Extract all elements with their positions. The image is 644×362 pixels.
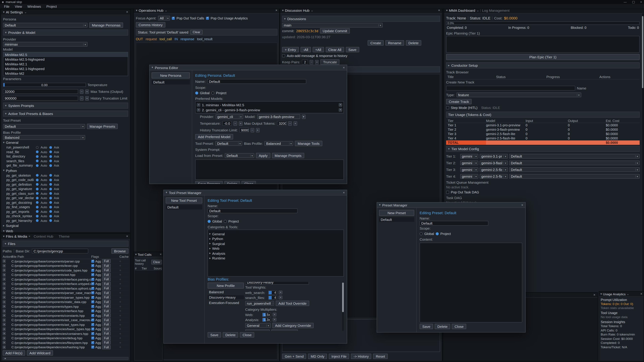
- max-tokens-input[interactable]: 32000: [3, 89, 78, 94]
- close-panel-icon[interactable]: ×: [126, 235, 128, 238]
- ask-toggle[interactable]: [49, 206, 52, 209]
- system-prompts-section[interactable]: ▾ System Prompts: [3, 103, 128, 109]
- auto-add-checkbox[interactable]: [282, 54, 285, 57]
- increment-button[interactable]: +: [85, 96, 89, 100]
- system-prompt-textarea[interactable]: [195, 160, 344, 180]
- epic-planning-textarea[interactable]: [446, 36, 640, 53]
- weight-value-input[interactable]: 4: [268, 296, 277, 300]
- discussions-section[interactable]: ▾ Discussions: [282, 16, 440, 22]
- auto-toggle[interactable]: [36, 206, 38, 209]
- remove-file-button[interactable]: x: [3, 332, 6, 335]
- ask-toggle[interactable]: [49, 219, 52, 222]
- category-web[interactable]: ▾ Web: [3, 229, 128, 233]
- tier-preset-select[interactable]: Default ▾: [509, 161, 640, 165]
- multiplier-value-input[interactable]: 1.5x: [262, 313, 271, 317]
- add-wildcard-button[interactable]: Add Wildcard: [27, 350, 53, 356]
- track-name-input[interactable]: [446, 86, 575, 90]
- full-button[interactable]: Full: [102, 327, 111, 331]
- agg-checkbox[interactable]: [91, 319, 94, 322]
- agg-checkbox[interactable]: [91, 328, 94, 331]
- history-entry-button[interactable]: +All: [312, 47, 324, 52]
- discussion-manage-button[interactable]: Create: [368, 40, 384, 45]
- step-mode-checkbox[interactable]: [446, 106, 449, 109]
- auto-toggle[interactable]: [36, 164, 38, 167]
- tier-provider-select[interactable]: gemini ▾: [460, 154, 478, 159]
- remove-file-button[interactable]: x: [3, 278, 6, 281]
- remove-file-button[interactable]: x: [3, 269, 6, 272]
- ask-toggle[interactable]: [49, 164, 52, 167]
- multiplier-value-input[interactable]: 1.3x: [262, 318, 271, 322]
- comms-history-button[interactable]: Comms History: [136, 22, 165, 27]
- pop-out-dag-checkbox[interactable]: [446, 191, 449, 194]
- scope-project-radio[interactable]: [224, 220, 227, 223]
- agg-checkbox[interactable]: [91, 323, 94, 326]
- preferred-model-row[interactable]: ≡ 2. gemini_cli - gemini-3-flash-preview…: [196, 107, 343, 112]
- tier-model-select[interactable]: gemini-3.1-pro-preview ▾: [480, 154, 508, 159]
- chevron-down-icon[interactable]: ▾: [3, 10, 4, 13]
- full-button[interactable]: Full: [102, 259, 111, 263]
- agg-checkbox[interactable]: [91, 264, 94, 267]
- tab-ai-settings[interactable]: AI Settings: [6, 10, 23, 14]
- remove-file-button[interactable]: x: [3, 296, 6, 299]
- category-python[interactable]: ▾ Python: [3, 168, 128, 172]
- decrement-button[interactable]: −: [288, 121, 292, 125]
- update-commit-button[interactable]: Update Commit: [320, 28, 350, 33]
- tier-model-select[interactable]: gemini-2.5-flash-lite ▾: [480, 174, 508, 179]
- close-panel-icon[interactable]: ×: [126, 10, 128, 14]
- keep-pairs-input[interactable]: 2: [302, 60, 308, 64]
- discussion-select[interactable]: main ▾: [282, 23, 383, 27]
- full-button[interactable]: Full: [102, 305, 111, 309]
- history-entry-button[interactable]: + Entry: [282, 47, 299, 52]
- category-surgical[interactable]: ▸ Surgical: [3, 224, 128, 228]
- delete-profile-button[interactable]: Delete Profile: [271, 330, 298, 331]
- files-section[interactable]: ▾ Files: [3, 241, 128, 247]
- ask-toggle[interactable]: [49, 151, 52, 153]
- preferred-model-row[interactable]: ≡ 1. minimax - MiniMax-M2.5 ×: [196, 102, 343, 107]
- composer-button[interactable]: MD Only: [308, 354, 327, 359]
- remove-file-button[interactable]: x: [3, 305, 6, 308]
- persona-name-input[interactable]: Default: [207, 79, 306, 84]
- chevron-down-icon[interactable]: ▾: [135, 253, 137, 256]
- close-button[interactable]: Close: [240, 332, 254, 338]
- auto-toggle[interactable]: [36, 151, 38, 153]
- chevron-down-icon[interactable]: ▾: [282, 9, 284, 12]
- truncate-button[interactable]: Truncate: [320, 59, 340, 65]
- menu-item[interactable]: View: [12, 4, 25, 8]
- model-list-item[interactable]: MiniMax-M2.1: [3, 62, 128, 66]
- tier-model-config-section[interactable]: ▾ Tier Model Config: [446, 146, 640, 152]
- remove-multiplier-button[interactable]: ×: [273, 313, 276, 317]
- full-button[interactable]: Full: [102, 336, 111, 340]
- tier-preset-select[interactable]: Default ▾: [509, 154, 640, 159]
- auto-toggle[interactable]: [36, 155, 38, 158]
- history-truncation-input[interactable]: 900000: [239, 128, 249, 132]
- temperature-input[interactable]: -0.0: [222, 121, 232, 126]
- ask-toggle[interactable]: [49, 215, 52, 218]
- persona-editor-titlebar[interactable]: ▾ Persona Editor ×: [150, 65, 347, 70]
- close-button[interactable]: Close: [242, 181, 256, 184]
- remove-file-button[interactable]: x: [3, 346, 6, 349]
- tool-override-select[interactable]: run_powershell ▾: [245, 301, 274, 306]
- add-tool-override-button[interactable]: Add Tool Override: [276, 301, 309, 306]
- agg-checkbox[interactable]: [91, 287, 94, 290]
- pop-out-tool-calls-checkbox[interactable]: [172, 16, 175, 19]
- category-tree-item[interactable]: ▸ General: [209, 232, 342, 236]
- model-list-item[interactable]: MiniMax-M2.5: [3, 52, 128, 57]
- agg-checkbox[interactable]: [91, 305, 94, 308]
- remove-file-button[interactable]: x: [3, 273, 6, 277]
- save-persona-button[interactable]: Save Persona: [195, 181, 223, 184]
- chevron-down-icon[interactable]: ▾: [136, 9, 137, 12]
- persona-list-item[interactable]: Default: [152, 80, 190, 84]
- manage-personas-button[interactable]: Manage Personas: [89, 22, 123, 28]
- category-tree-item[interactable]: ▸ Surgical: [209, 242, 342, 246]
- temperature-slider[interactable]: 0.00: [3, 83, 86, 87]
- category-tree-item[interactable]: ▸ Runtime: [209, 256, 342, 260]
- decrement-button[interactable]: −: [80, 96, 84, 100]
- tier-provider-select[interactable]: gemini ▾: [460, 167, 478, 172]
- ask-toggle[interactable]: [49, 160, 52, 162]
- auto-toggle[interactable]: [36, 188, 38, 190]
- manage-tools-button[interactable]: Manage Tools: [295, 141, 322, 146]
- full-button[interactable]: Full: [102, 323, 111, 327]
- tier-preset-select[interactable]: Default ▾: [509, 167, 640, 172]
- tab-theme[interactable]: Theme: [59, 234, 70, 238]
- panel-menu-icon[interactable]: ⌄: [476, 9, 479, 12]
